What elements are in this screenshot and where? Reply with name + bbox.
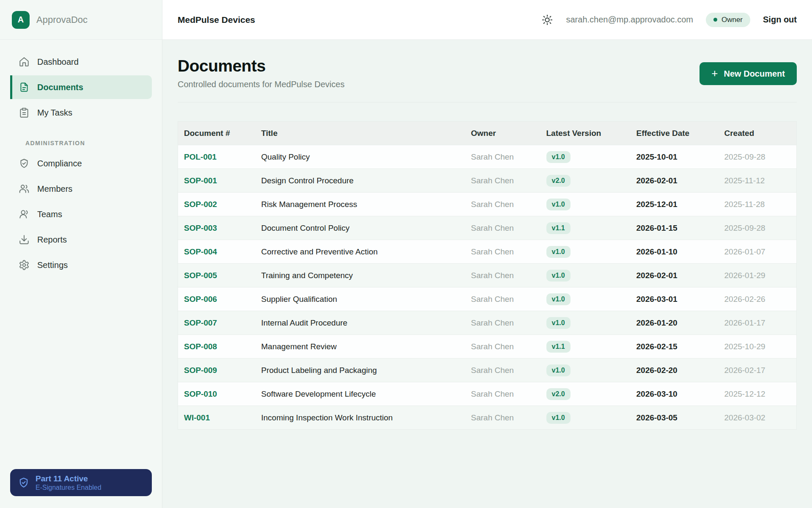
home-icon xyxy=(19,56,30,67)
version-badge: v1.1 xyxy=(546,222,571,234)
sidebar-item-label: Compliance xyxy=(37,159,82,168)
effective-date: 2026-02-20 xyxy=(636,366,678,375)
table-row[interactable]: SOP-008 Management Review Sarah Chen v1.… xyxy=(178,335,797,359)
document-number-link[interactable]: SOP-003 xyxy=(184,224,217,232)
sidebar: A ApprovaDoc Dashboard Documents My Task… xyxy=(0,0,162,508)
document-owner: Sarah Chen xyxy=(471,247,514,256)
sidebar-item-label: Teams xyxy=(37,210,62,219)
document-number-link[interactable]: SOP-007 xyxy=(184,318,217,327)
effective-date: 2026-03-05 xyxy=(636,413,678,422)
document-number-link[interactable]: SOP-002 xyxy=(184,200,217,209)
sidebar-item-documents[interactable]: Documents xyxy=(10,75,152,99)
sidebar-main-group: Dashboard Documents My Tasks xyxy=(10,50,152,124)
file-text-icon xyxy=(19,82,30,93)
document-owner: Sarah Chen xyxy=(471,413,514,422)
new-document-button[interactable]: + New Document xyxy=(700,62,797,85)
effective-date: 2026-03-01 xyxy=(636,295,678,304)
document-number-link[interactable]: SOP-009 xyxy=(184,366,217,375)
version-badge: v2.0 xyxy=(546,175,571,187)
created-date: 2025-12-12 xyxy=(724,389,765,398)
sidebar-item-label: Dashboard xyxy=(37,57,79,67)
sidebar-item-dashboard[interactable]: Dashboard xyxy=(10,50,152,74)
version-badge: v2.0 xyxy=(546,388,571,400)
document-number-link[interactable]: SOP-004 xyxy=(184,247,217,256)
document-title: Document Control Policy xyxy=(261,224,350,232)
table-row[interactable]: SOP-004 Corrective and Preventive Action… xyxy=(178,240,797,264)
document-number-link[interactable]: SOP-010 xyxy=(184,389,217,398)
workspace-title: MedPulse Devices xyxy=(178,15,255,25)
document-title: Software Development Lifecycle xyxy=(261,389,376,398)
document-number-link[interactable]: SOP-008 xyxy=(184,342,217,351)
created-date: 2025-11-28 xyxy=(724,200,765,209)
effective-date: 2026-01-10 xyxy=(636,247,678,256)
effective-date: 2026-02-15 xyxy=(636,342,678,351)
document-number-link[interactable]: SOP-001 xyxy=(184,176,217,185)
table-row[interactable]: SOP-002 Risk Management Process Sarah Ch… xyxy=(178,193,797,216)
document-title: Internal Audit Procedure xyxy=(261,318,348,327)
sidebar-item-settings[interactable]: Settings xyxy=(10,253,152,277)
effective-date: 2026-01-15 xyxy=(636,224,678,232)
clipboard-icon xyxy=(19,107,30,118)
sign-out-button[interactable]: Sign out xyxy=(763,15,797,25)
created-date: 2025-10-29 xyxy=(724,342,765,351)
table-row[interactable]: SOP-001 Design Control Procedure Sarah C… xyxy=(178,169,797,193)
shield-check-icon xyxy=(19,158,30,169)
sidebar-item-teams[interactable]: Teams xyxy=(10,202,152,226)
table-row[interactable]: SOP-007 Internal Audit Procedure Sarah C… xyxy=(178,311,797,335)
part11-subtitle: E-Signatures Enabled xyxy=(36,484,102,491)
version-badge: v1.0 xyxy=(546,199,571,210)
table-row[interactable]: SOP-005 Training and Competency Sarah Ch… xyxy=(178,264,797,287)
table-row[interactable]: SOP-009 Product Labeling and Packaging S… xyxy=(178,359,797,382)
theme-toggle-sun-icon[interactable] xyxy=(541,14,553,26)
document-number-link[interactable]: WI-001 xyxy=(184,413,210,422)
document-number-link[interactable]: SOP-006 xyxy=(184,295,217,304)
part11-title: Part 11 Active xyxy=(36,474,102,484)
app-logo: A xyxy=(12,11,30,29)
sidebar-item-label: Settings xyxy=(37,260,68,270)
team-icon xyxy=(19,209,30,220)
version-badge: v1.0 xyxy=(546,246,571,258)
gear-icon xyxy=(19,260,30,271)
sidebar-item-label: Members xyxy=(37,184,72,194)
sidebar-item-label: Reports xyxy=(37,235,67,245)
document-number-link[interactable]: SOP-005 xyxy=(184,271,217,280)
document-owner: Sarah Chen xyxy=(471,389,514,398)
created-date: 2025-11-12 xyxy=(724,176,765,185)
table-row[interactable]: WI-001 Incoming Inspection Work Instruct… xyxy=(178,406,797,430)
effective-date: 2026-02-01 xyxy=(636,176,678,185)
document-owner: Sarah Chen xyxy=(471,176,514,185)
sidebar-item-reports[interactable]: Reports xyxy=(10,228,152,251)
table-row[interactable]: SOP-010 Software Development Lifecycle S… xyxy=(178,382,797,406)
table-row[interactable]: POL-001 Quality Policy Sarah Chen v1.0 2… xyxy=(178,145,797,169)
table-row[interactable]: SOP-006 Supplier Qualification Sarah Che… xyxy=(178,287,797,311)
document-title: Product Labeling and Packaging xyxy=(261,366,377,375)
document-title: Supplier Qualification xyxy=(261,295,337,304)
version-badge: v1.0 xyxy=(546,364,571,376)
sidebar-section-administration: ADMINISTRATION xyxy=(25,140,142,146)
table-row[interactable]: SOP-003 Document Control Policy Sarah Ch… xyxy=(178,216,797,240)
sidebar-nav: Dashboard Documents My Tasks ADMINISTRAT… xyxy=(0,40,162,279)
role-label: Owner xyxy=(721,16,743,24)
version-badge: v1.0 xyxy=(546,151,571,163)
column-header-created: Created xyxy=(724,121,797,145)
sidebar-item-label: Documents xyxy=(37,83,83,92)
document-owner: Sarah Chen xyxy=(471,366,514,375)
version-badge: v1.0 xyxy=(546,293,571,305)
page-subtitle: Controlled documents for MedPulse Device… xyxy=(178,80,345,89)
app-brand: A ApprovaDoc xyxy=(0,0,162,40)
documents-table-header: Document #TitleOwnerLatest VersionEffect… xyxy=(178,121,797,145)
users-icon xyxy=(19,183,30,194)
user-email: sarah.chen@mp.approvadoc.com xyxy=(566,15,693,25)
document-number-link[interactable]: POL-001 xyxy=(184,152,217,161)
document-title: Corrective and Preventive Action xyxy=(261,247,378,256)
sidebar-item-members[interactable]: Members xyxy=(10,177,152,201)
column-header-title: Title xyxy=(261,121,471,145)
plus-icon: + xyxy=(711,68,718,79)
created-date: 2026-01-07 xyxy=(724,247,765,256)
sidebar-item-compliance[interactable]: Compliance xyxy=(10,152,152,175)
part11-status-badge: Part 11 Active E-Signatures Enabled xyxy=(10,469,152,496)
version-badge: v1.0 xyxy=(546,317,571,329)
document-title: Management Review xyxy=(261,342,337,351)
sidebar-item-my-tasks[interactable]: My Tasks xyxy=(10,101,152,124)
download-icon xyxy=(19,234,30,245)
